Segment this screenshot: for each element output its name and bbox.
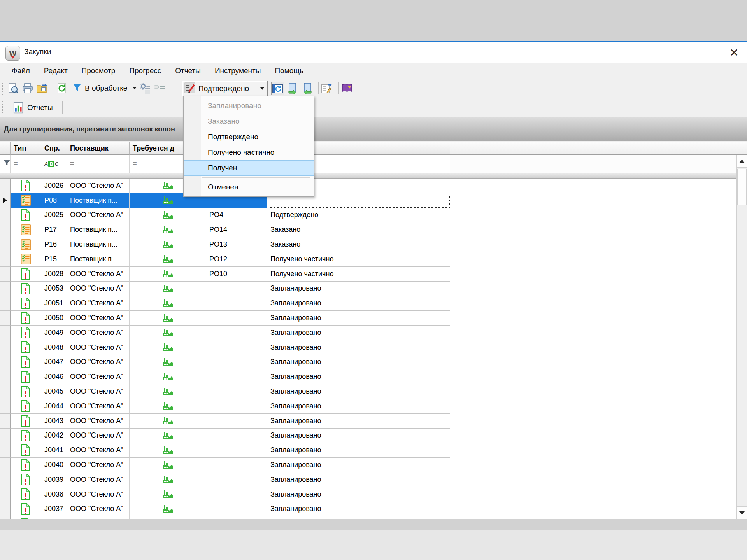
doc-icon[interactable] bbox=[11, 414, 41, 429]
cell-row-header[interactable] bbox=[0, 516, 11, 519]
cell-supplier[interactable]: ООО "Стекло А" bbox=[67, 487, 130, 502]
cell-supplier[interactable]: ООО "Стекло А" bbox=[67, 208, 130, 223]
cell-supplier[interactable]: ООО "Стекло А" bbox=[67, 414, 130, 429]
cell-ref[interactable]: J0050 bbox=[41, 311, 67, 326]
factory-icon[interactable] bbox=[130, 429, 206, 443]
column-header[interactable]: Тип bbox=[11, 142, 41, 155]
cell-po[interactable] bbox=[206, 296, 267, 311]
cell-po[interactable] bbox=[206, 516, 267, 519]
cell-po[interactable] bbox=[206, 311, 267, 326]
cell-ref[interactable]: J0049 bbox=[41, 326, 67, 340]
doc-icon[interactable] bbox=[11, 443, 41, 458]
scrollbar-thumb[interactable] bbox=[737, 169, 747, 205]
cell-ref[interactable]: J0041 bbox=[41, 443, 67, 458]
factory-icon[interactable] bbox=[130, 458, 206, 472]
cell-row-header[interactable] bbox=[0, 296, 11, 311]
cell-row-header[interactable] bbox=[0, 487, 11, 502]
cell-po[interactable] bbox=[206, 326, 267, 340]
factory-icon[interactable] bbox=[130, 355, 206, 370]
table-row[interactable]: J0047ООО "Стекло А"Запланировано bbox=[0, 355, 747, 370]
factory-icon[interactable] bbox=[130, 414, 206, 429]
cell-po[interactable]: PO12 bbox=[206, 252, 267, 267]
cell-supplier[interactable]: ООО "Стекло А" bbox=[67, 296, 130, 311]
cell-ref[interactable]: J0043 bbox=[41, 414, 67, 429]
table-row[interactable]: J0043ООО "Стекло А"Запланировано bbox=[0, 414, 747, 429]
cell-supplier[interactable]: ООО "Стекло А" bbox=[67, 282, 130, 296]
gear-levels-icon[interactable] bbox=[139, 82, 151, 94]
cell-status[interactable]: Запланировано bbox=[267, 296, 450, 311]
factory-icon[interactable] bbox=[130, 296, 206, 311]
doc-icon[interactable] bbox=[11, 355, 41, 370]
scroll-down-button[interactable] bbox=[737, 506, 747, 519]
cell-supplier[interactable]: Поставщик п... bbox=[67, 193, 130, 208]
factory-icon[interactable] bbox=[130, 326, 206, 340]
print-icon[interactable] bbox=[21, 82, 34, 94]
cell-ref[interactable]: J0026 bbox=[41, 178, 67, 193]
page-next-icon[interactable] bbox=[286, 82, 299, 94]
cell-row-header[interactable] bbox=[0, 399, 11, 414]
doc-icon[interactable] bbox=[11, 384, 41, 399]
factory-icon[interactable] bbox=[130, 282, 206, 296]
cell-ref[interactable]: J0047 bbox=[41, 355, 67, 370]
cell-po[interactable] bbox=[206, 472, 267, 487]
cell-status[interactable]: Запланировано bbox=[267, 282, 450, 296]
factory-icon[interactable] bbox=[130, 208, 206, 223]
cell-po[interactable] bbox=[206, 384, 267, 399]
cell-ref[interactable]: P15 bbox=[41, 252, 67, 267]
menu-item[interactable]: Помощь bbox=[268, 65, 310, 77]
cell-supplier[interactable]: Поставщик п... bbox=[67, 252, 130, 267]
cell-po[interactable]: PO13 bbox=[206, 237, 267, 252]
filter-cell-rowheader[interactable] bbox=[0, 155, 11, 173]
factory-icon[interactable] bbox=[130, 369, 206, 384]
factory-icon[interactable] bbox=[130, 443, 206, 458]
cell-status[interactable]: Запланировано bbox=[267, 355, 450, 370]
factory-icon[interactable] bbox=[130, 252, 206, 267]
table-row[interactable]: J0039ООО "Стекло А"Запланировано bbox=[0, 472, 747, 487]
cell-row-header[interactable] bbox=[0, 429, 11, 443]
factory-icon[interactable] bbox=[130, 222, 206, 237]
menu-item[interactable]: Отчеты bbox=[168, 65, 208, 77]
cell-status[interactable]: Запланировано bbox=[267, 472, 450, 487]
filter-cell-supplier[interactable]: = bbox=[67, 155, 130, 173]
table-row[interactable]: J0050ООО "Стекло А"Запланировано bbox=[0, 311, 747, 326]
factory-icon[interactable] bbox=[130, 267, 206, 282]
checklist-icon[interactable] bbox=[11, 237, 41, 252]
cell-po[interactable] bbox=[206, 355, 267, 370]
cell-status[interactable]: Запланировано bbox=[267, 326, 450, 340]
cell-ref[interactable]: J0045 bbox=[41, 384, 67, 399]
cell-ref[interactable]: P17 bbox=[41, 222, 67, 237]
cell-supplier[interactable]: ООО "Стекло А" bbox=[67, 458, 130, 472]
doc-icon[interactable] bbox=[11, 311, 41, 326]
doc-icon[interactable] bbox=[11, 516, 41, 519]
doc-icon[interactable] bbox=[11, 326, 41, 340]
cell-ref[interactable]: J0028 bbox=[41, 267, 67, 282]
cell-status[interactable]: Запланировано bbox=[267, 487, 450, 502]
cell-status[interactable]: Заказано bbox=[267, 237, 450, 252]
cell-row-header[interactable] bbox=[0, 326, 11, 340]
cell-ref[interactable]: J0025 bbox=[41, 208, 67, 223]
table-row[interactable]: P08Поставщик п... bbox=[0, 193, 747, 208]
table-row[interactable] bbox=[0, 516, 747, 519]
table-row[interactable]: J0037ООО "Стекло А"Запланировано bbox=[0, 502, 747, 517]
cell-supplier[interactable]: ООО "Стекло А" bbox=[67, 178, 130, 193]
cell-status[interactable]: Получено частично bbox=[267, 267, 450, 282]
cell-row-header[interactable] bbox=[0, 443, 11, 458]
checklist-icon[interactable] bbox=[11, 252, 41, 267]
filter-cell-ref[interactable]: ABC bbox=[41, 155, 67, 173]
checklist-icon[interactable] bbox=[11, 193, 41, 208]
doc-icon[interactable] bbox=[11, 502, 41, 517]
factory-icon[interactable] bbox=[130, 384, 206, 399]
toolbar-gripper[interactable] bbox=[2, 82, 5, 95]
cell-po[interactable] bbox=[206, 414, 267, 429]
menu-item-status[interactable]: Получен bbox=[184, 160, 314, 176]
cell-row-header[interactable] bbox=[0, 502, 11, 517]
cell-supplier[interactable]: ООО "Стекло А" bbox=[67, 267, 130, 282]
cell-supplier[interactable]: ООО "Стекло А" bbox=[67, 502, 130, 517]
cell-row-header[interactable] bbox=[0, 384, 11, 399]
cell-row-header[interactable] bbox=[0, 222, 11, 237]
reports-button[interactable]: Отчеты bbox=[9, 100, 57, 115]
table-row[interactable]: J0048ООО "Стекло А"Запланировано bbox=[0, 340, 747, 355]
cell-ref[interactable]: J0040 bbox=[41, 458, 67, 472]
doc-icon[interactable] bbox=[11, 208, 41, 223]
cell-status[interactable]: Запланировано bbox=[267, 443, 450, 458]
